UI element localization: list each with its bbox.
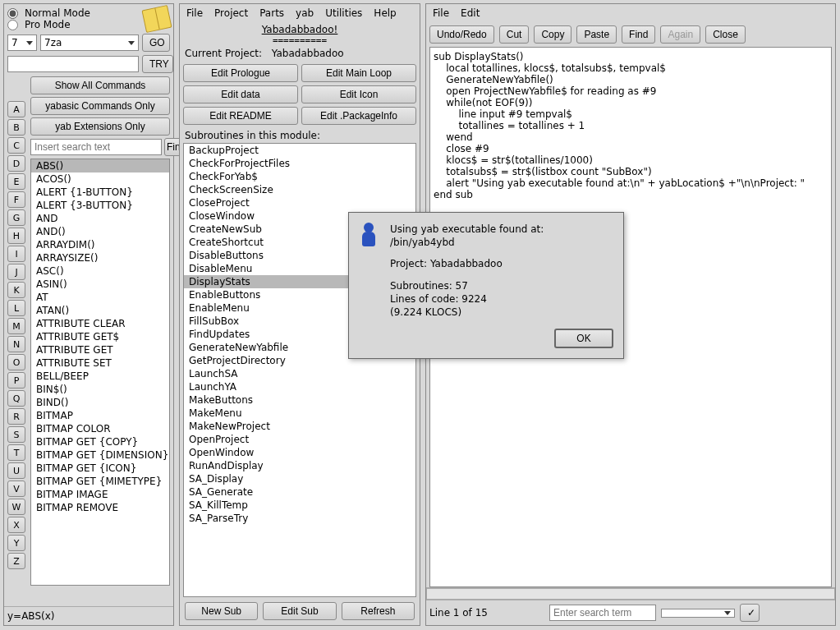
list-item[interactable]: OpenWindow: [184, 446, 415, 459]
list-item[interactable]: CheckScreenSize: [184, 183, 415, 196]
letter-c-button[interactable]: C: [7, 137, 25, 154]
edit-sub-button[interactable]: Edit Sub: [263, 602, 336, 620]
list-item[interactable]: ARRAYSIZE(): [31, 251, 169, 264]
list-item[interactable]: ATTRIBUTE CLEAR: [31, 317, 169, 330]
list-item[interactable]: RunAndDisplay: [184, 459, 415, 472]
menu-file[interactable]: File: [186, 7, 203, 19]
list-item[interactable]: BITMAP GET {MIMETYPE}: [31, 475, 169, 488]
list-item[interactable]: BITMAP: [31, 409, 169, 422]
letter-i-button[interactable]: I: [7, 246, 25, 262]
list-item[interactable]: BELL/BEEP: [31, 370, 169, 383]
letter-j-button[interactable]: J: [7, 264, 25, 280]
list-item[interactable]: LaunchSA: [184, 367, 415, 380]
letter-w-button[interactable]: W: [7, 499, 25, 515]
list-item[interactable]: AND: [31, 212, 169, 225]
list-item[interactable]: LaunchYA: [184, 380, 415, 393]
list-item[interactable]: ARRAYDIM(): [31, 238, 169, 251]
edit-readme-button[interactable]: Edit README: [183, 107, 298, 125]
h-scrollbar[interactable]: [426, 587, 835, 600]
letter-s-button[interactable]: S: [7, 426, 25, 443]
list-item[interactable]: BackupProject: [184, 144, 415, 157]
cmd-select[interactable]: 7za: [40, 34, 139, 51]
letter-t-button[interactable]: T: [7, 444, 25, 461]
letter-e-button[interactable]: E: [7, 173, 25, 190]
num-select[interactable]: 7: [7, 34, 37, 51]
letter-z-button[interactable]: Z: [7, 553, 25, 569]
menu-yab[interactable]: yab: [296, 7, 314, 19]
letter-m-button[interactable]: M: [7, 318, 25, 334]
paste-button[interactable]: Paste: [576, 25, 617, 44]
list-item[interactable]: BITMAP IMAGE: [31, 488, 169, 501]
letter-v-button[interactable]: V: [7, 481, 25, 497]
list-item[interactable]: ALERT {1-BUTTON}: [31, 186, 169, 199]
list-item[interactable]: BITMAP GET {COPY}: [31, 435, 169, 448]
book-icon[interactable]: [144, 7, 170, 30]
list-item[interactable]: ATAN(): [31, 304, 169, 317]
list-item[interactable]: MakeNewProject: [184, 420, 415, 433]
letter-n-button[interactable]: N: [7, 336, 25, 352]
menu-help[interactable]: Help: [374, 7, 396, 19]
search-input[interactable]: [30, 139, 162, 155]
ok-button[interactable]: OK: [554, 329, 613, 348]
letter-p-button[interactable]: P: [7, 372, 25, 389]
list-item[interactable]: SA_Generate: [184, 485, 415, 499]
list-item[interactable]: MakeMenu: [184, 407, 415, 420]
list-item[interactable]: ASIN(): [31, 278, 169, 291]
letter-h-button[interactable]: H: [7, 228, 25, 244]
edit-prologue-button[interactable]: Edit Prologue: [183, 64, 298, 82]
letter-l-button[interactable]: L: [7, 300, 25, 316]
list-item[interactable]: ATTRIBUTE GET$: [31, 330, 169, 343]
letter-q-button[interactable]: Q: [7, 390, 25, 407]
list-item[interactable]: ABS(): [31, 159, 169, 172]
list-item[interactable]: ATTRIBUTE SET: [31, 356, 169, 370]
letter-y-button[interactable]: Y: [7, 535, 25, 551]
list-item[interactable]: SA_Display: [184, 472, 415, 485]
edit-icon-button[interactable]: Edit Icon: [301, 85, 416, 103]
letter-u-button[interactable]: U: [7, 462, 25, 479]
list-item[interactable]: AND(): [31, 225, 169, 238]
letter-k-button[interactable]: K: [7, 282, 25, 298]
list-item[interactable]: BITMAP GET {ICON}: [31, 462, 169, 475]
close-button[interactable]: Close: [705, 25, 746, 44]
letter-x-button[interactable]: X: [7, 517, 25, 533]
yab-ext-only-button[interactable]: yab Extensions Only: [30, 117, 170, 136]
list-item[interactable]: ACOS(): [31, 172, 169, 186]
search-term-input[interactable]: [549, 605, 656, 621]
list-item[interactable]: ASC(): [31, 264, 169, 278]
letter-f-button[interactable]: F: [7, 191, 25, 208]
list-item[interactable]: AT: [31, 291, 169, 304]
edit-pkginfo-button[interactable]: Edit .PackageInfo: [301, 107, 416, 125]
menu-parts[interactable]: Parts: [259, 7, 284, 19]
list-item[interactable]: SA_ParseTry: [184, 512, 415, 525]
go-button[interactable]: GO: [142, 34, 170, 52]
cut-button[interactable]: Cut: [499, 25, 530, 44]
show-all-button[interactable]: Show All Commands: [30, 76, 170, 94]
list-item[interactable]: ALERT {3-BUTTON}: [31, 199, 169, 212]
list-item[interactable]: BIND(): [31, 396, 169, 409]
letter-b-button[interactable]: B: [7, 119, 25, 136]
commands-listbox[interactable]: ABS()ACOS()ALERT {1-BUTTON}ALERT {3-BUTT…: [30, 159, 170, 586]
letter-o-button[interactable]: O: [7, 354, 25, 370]
refresh-button[interactable]: Refresh: [342, 602, 415, 620]
menu-project[interactable]: Project: [214, 7, 248, 19]
list-item[interactable]: BITMAP COLOR: [31, 422, 169, 435]
menu-utilities[interactable]: Utilities: [325, 7, 362, 19]
find-right-button[interactable]: Find: [622, 25, 655, 44]
try-input[interactable]: [7, 56, 139, 72]
letter-g-button[interactable]: G: [7, 209, 25, 226]
undo-button[interactable]: Undo/Redo: [429, 25, 494, 44]
try-button[interactable]: TRY: [142, 55, 173, 73]
menu-file[interactable]: File: [433, 7, 449, 19]
list-item[interactable]: SA_KillTemp: [184, 499, 415, 512]
new-sub-button[interactable]: New Sub: [185, 602, 258, 620]
letter-a-button[interactable]: A: [7, 101, 25, 117]
copy-button[interactable]: Copy: [534, 25, 571, 44]
mode-pro-radio[interactable]: [7, 20, 18, 30]
list-item[interactable]: MakeButtons: [184, 393, 415, 407]
search-options-select[interactable]: [661, 609, 735, 618]
list-item[interactable]: CloseProject: [184, 196, 415, 209]
search-confirm-button[interactable]: ✓: [740, 604, 760, 622]
list-item[interactable]: BIN$(): [31, 383, 169, 396]
list-item[interactable]: CheckForYab$: [184, 170, 415, 183]
list-item[interactable]: CheckForProjectFiles: [184, 157, 415, 170]
